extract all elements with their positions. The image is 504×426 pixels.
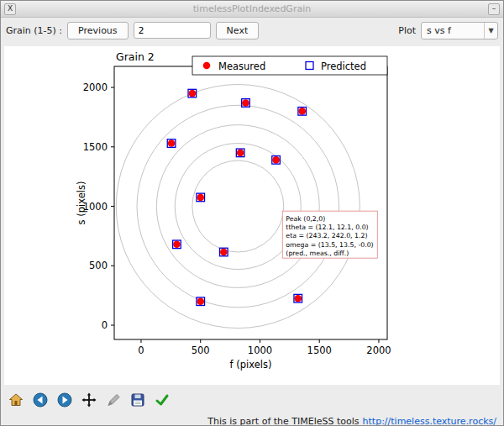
back-button[interactable] [32, 392, 49, 408]
y-axis-label: s (pixels) [76, 181, 87, 225]
measured-point[interactable] [173, 241, 181, 249]
measured-point[interactable] [168, 139, 176, 147]
measured-point[interactable] [242, 99, 249, 107]
forward-button[interactable] [56, 392, 73, 408]
minimize-icon: – [492, 5, 496, 13]
nav-toolbar [1, 388, 503, 412]
back-arrow-icon [33, 392, 48, 408]
grain-label: Grain (1-5) : [6, 25, 62, 36]
save-button[interactable] [129, 392, 146, 408]
configure-subplots-icon [106, 392, 121, 408]
x-tick-label: 2000 [366, 344, 391, 356]
control-bar: Grain (1-5) : Previous Next Plot s vs f … [1, 18, 503, 43]
close-button[interactable]: X [4, 3, 16, 15]
legend-measured-label: Measured [218, 60, 265, 72]
plot-title: Grain 2 [116, 50, 155, 63]
status-text: This is part of the TIMEleSS tools [207, 416, 359, 426]
apply-button[interactable] [154, 392, 171, 408]
title-bar: X timelessPlotIndexedGrain – [1, 1, 503, 18]
save-floppy-icon [130, 392, 145, 408]
pan-move-icon [81, 392, 97, 408]
measured-point[interactable] [272, 156, 280, 164]
home-button[interactable] [8, 392, 24, 408]
axes-frame [114, 66, 387, 339]
measured-point[interactable] [189, 90, 197, 97]
close-icon: X [8, 5, 13, 13]
grain-number-input[interactable] [134, 22, 211, 39]
previous-button[interactable]: Previous [67, 22, 129, 39]
minimize-button[interactable]: – [488, 3, 500, 15]
y-tick-label: 1500 [83, 141, 108, 153]
legend-predicted-label: Predicted [321, 60, 366, 72]
x-tick-label: 1500 [307, 344, 332, 356]
measured-point[interactable] [197, 194, 204, 202]
figure-area: 05001000150020000500100015002000f (pixel… [1, 43, 503, 388]
peak-annotation-line: ttheta = (12.1, 12.1, 0.0) [286, 224, 368, 231]
check-icon [155, 392, 170, 408]
plot-type-select[interactable]: s vs f ▼ [421, 22, 498, 39]
chevron-down-icon: ▼ [484, 23, 497, 39]
measured-point[interactable] [298, 108, 306, 115]
peak-annotation-line: (pred., meas., diff.) [286, 250, 349, 257]
peak-annotation-line: Peak (0,2,0) [286, 215, 325, 223]
plot-type-value: s vs f [427, 25, 451, 36]
measured-point[interactable] [197, 297, 204, 305]
timeless-link[interactable]: http://timeless.texture.rocks/ [363, 416, 496, 426]
x-tick-label: 500 [192, 344, 210, 356]
x-axis-label: f (pixels) [230, 359, 272, 371]
next-button[interactable]: Next [216, 22, 260, 39]
measured-point[interactable] [237, 150, 244, 157]
y-tick-label: 2000 [83, 82, 108, 93]
plot-label: Plot [398, 25, 416, 36]
peak-annotation-line: omega = (13.5, 13.5, -0.0) [286, 241, 373, 249]
plot-canvas[interactable]: 05001000150020000500100015002000f (pixel… [4, 46, 500, 385]
measured-point[interactable] [294, 295, 302, 302]
window-title: timelessPlotIndexedGrain [16, 3, 488, 14]
x-tick-label: 1000 [248, 344, 272, 356]
pan-button[interactable] [81, 392, 97, 408]
measured-point[interactable] [220, 249, 228, 256]
home-icon [8, 392, 24, 408]
x-tick-label: 0 [138, 344, 144, 356]
y-tick-label: 0 [102, 319, 108, 331]
status-bar: This is part of the TIMEleSS tools http:… [1, 412, 503, 426]
peak-annotation-line: eta = (243.2, 242.0, 1.2) [286, 232, 367, 239]
app-window: X timelessPlotIndexedGrain – Grain (1-5)… [0, 0, 504, 426]
y-tick-label: 500 [89, 260, 108, 271]
forward-arrow-icon [57, 392, 72, 408]
legend-measured-marker [203, 62, 211, 70]
configure-subplots-button[interactable] [105, 392, 122, 408]
